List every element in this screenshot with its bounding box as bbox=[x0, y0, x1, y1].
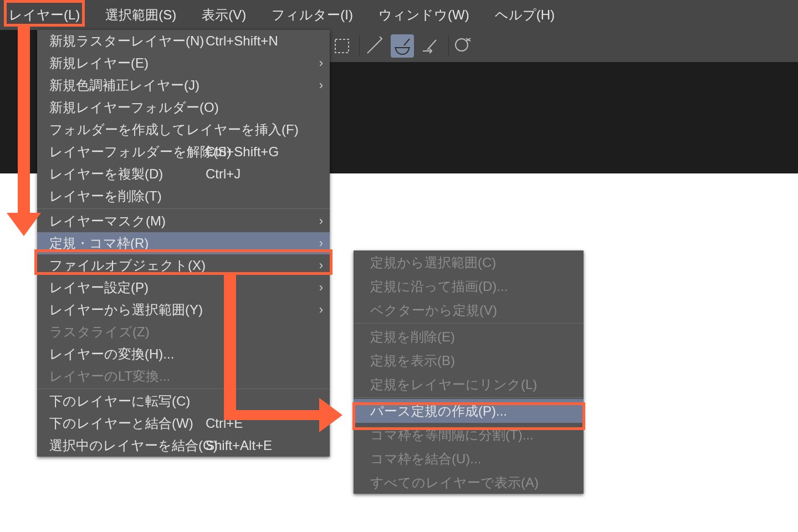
menu-item-label: 定規を削除(E) bbox=[370, 328, 455, 346]
menu-item-label: レイヤーマスク(M) bbox=[49, 212, 166, 230]
brush-arrow-icon[interactable] bbox=[418, 34, 442, 58]
ruler-submenu-item: 定規に沿って描画(D)... bbox=[354, 274, 584, 298]
layer-menu-item[interactable]: 新規ラスターレイヤー(N)Ctrl+Shift+N bbox=[37, 30, 330, 52]
layer-dropdown: 新規ラスターレイヤー(N)Ctrl+Shift+N新規レイヤー(E)›新規色調補… bbox=[37, 30, 330, 457]
menu-item-label: 新規ラスターレイヤー(N) bbox=[49, 32, 204, 50]
menu-item-label: レイヤーから選択範囲(Y) bbox=[49, 301, 203, 319]
layer-menu-item[interactable]: レイヤーマスク(M)› bbox=[37, 210, 330, 232]
ruler-submenu-item: コマ枠を等間隔に分割(T)... bbox=[354, 423, 584, 447]
svg-rect-0 bbox=[335, 39, 349, 53]
layer-menu-item[interactable]: 新規色調補正レイヤー(J)› bbox=[37, 74, 330, 96]
layer-menu-item[interactable]: レイヤーから選択範囲(Y)› bbox=[37, 299, 330, 321]
menu-item-accelerator: Ctrl+Shift+N bbox=[206, 33, 278, 49]
menu-item-label: 定規から選択範囲(C) bbox=[370, 254, 496, 272]
ruler-submenu-item: ベクターから定規(V) bbox=[354, 298, 584, 322]
menu-item-label: レイヤーを削除(T) bbox=[49, 187, 162, 205]
menu-item-label: 選択中のレイヤーを結合(G) bbox=[49, 437, 218, 454]
menu-item-accelerator: Shift+Alt+E bbox=[206, 438, 272, 453]
ruler-submenu-item: コマ枠を結合(U)... bbox=[354, 447, 584, 470]
menu-item-label: フォルダーを作成してレイヤーを挿入(F) bbox=[49, 121, 299, 139]
submenu-arrow-icon: › bbox=[319, 258, 323, 273]
menu-item-label: コマ枠を結合(U)... bbox=[370, 450, 481, 468]
menu-view[interactable]: 表示(V) bbox=[202, 6, 246, 24]
layer-menu-item: レイヤーのLT変換... bbox=[37, 365, 330, 387]
layer-menu-item[interactable]: 新規レイヤーフォルダー(O) bbox=[37, 96, 330, 119]
menu-item-label: すべてのレイヤーで表示(A) bbox=[370, 474, 539, 492]
layer-menu-item: ラスタライズ(Z) bbox=[37, 321, 330, 343]
menu-item-label: 下のレイヤーと結合(W) bbox=[49, 415, 193, 432]
menu-item-accelerator: Ctrl+E bbox=[206, 416, 243, 431]
svg-line-1 bbox=[367, 43, 377, 53]
menu-item-accelerator: Ctrl+J bbox=[206, 166, 241, 182]
layer-menu-item[interactable]: レイヤーを削除(T) bbox=[37, 185, 330, 207]
menu-item-label: 定規を表示(B) bbox=[370, 352, 455, 370]
layer-menu-item[interactable]: 定規・コマ枠(R)› bbox=[37, 232, 330, 254]
submenu-arrow-icon: › bbox=[319, 236, 323, 250]
ruler-submenu-item: 定規をレイヤーにリンク(L) bbox=[354, 372, 584, 396]
ruler-submenu-item: 定規を削除(E) bbox=[354, 325, 584, 349]
menu-item-label: 下のレイヤーに転写(C) bbox=[49, 392, 190, 410]
layer-menu-item[interactable]: レイヤー設定(P)› bbox=[37, 277, 330, 299]
menu-help[interactable]: ヘルプ(H) bbox=[495, 6, 555, 24]
menu-item-label: コマ枠を等間隔に分割(T)... bbox=[370, 426, 534, 444]
layer-menu-item[interactable]: フォルダーを作成してレイヤーを挿入(F) bbox=[37, 119, 330, 141]
menu-filter[interactable]: フィルター(I) bbox=[272, 6, 353, 24]
ruler-submenu-item[interactable]: パース定規の作成(P)... bbox=[354, 399, 584, 423]
ruler-submenu-item: 定規から選択範囲(C) bbox=[354, 250, 584, 274]
submenu-arrow-icon: › bbox=[319, 280, 323, 295]
menu-item-label: ファイルオブジェクト(X) bbox=[49, 257, 206, 274]
menu-layer[interactable]: レイヤー(L) bbox=[9, 6, 80, 24]
submenu-arrow-icon: › bbox=[319, 78, 323, 93]
brush-line-icon[interactable] bbox=[363, 34, 386, 58]
menu-item-label: レイヤー設定(P) bbox=[49, 279, 149, 296]
menu-item-label: 新規色調補正レイヤー(J) bbox=[49, 76, 200, 94]
layer-menu-item[interactable]: レイヤーを複製(D)Ctrl+J bbox=[37, 163, 330, 185]
svg-line-5 bbox=[427, 40, 436, 50]
menu-item-label: ラスタライズ(Z) bbox=[49, 323, 150, 341]
submenu-arrow-icon: › bbox=[319, 303, 323, 317]
ruler-submenu-item: 定規を表示(B) bbox=[354, 349, 584, 372]
menu-item-label: 定規・コマ枠(R) bbox=[49, 234, 149, 252]
svg-line-3 bbox=[404, 39, 410, 45]
layer-menu-item[interactable]: レイヤーフォルダーを解除(S)Ctrl+Shift+G bbox=[37, 141, 330, 163]
brush-bowl-icon[interactable] bbox=[391, 34, 414, 58]
submenu-arrow-icon: › bbox=[319, 56, 323, 70]
menu-window[interactable]: ウィンドウ(W) bbox=[378, 6, 469, 24]
menu-item-label: 定規に沿って描画(D)... bbox=[370, 278, 508, 295]
menu-separator bbox=[37, 388, 330, 389]
layer-menu-item[interactable]: 選択中のレイヤーを結合(G)Shift+Alt+E bbox=[37, 434, 330, 457]
menu-item-label: パース定規の作成(P)... bbox=[370, 402, 507, 420]
menu-item-label: レイヤーの変換(H)... bbox=[49, 345, 174, 363]
menu-item-label: レイヤーフォルダーを解除(S) bbox=[49, 143, 231, 161]
ruler-submenu: 定規から選択範囲(C)定規に沿って描画(D)...ベクターから定規(V)定規を削… bbox=[354, 250, 584, 494]
layer-menu-item[interactable]: 下のレイヤーと結合(W)Ctrl+E bbox=[37, 412, 330, 434]
speech-icon[interactable] bbox=[451, 34, 474, 58]
dashed-rect-icon[interactable] bbox=[330, 34, 354, 58]
layer-menu-item[interactable]: ファイルオブジェクト(X)› bbox=[37, 254, 330, 277]
layer-menu-item[interactable]: 下のレイヤーに転写(C) bbox=[37, 390, 330, 412]
menu-item-label: 新規レイヤーフォルダー(O) bbox=[49, 99, 219, 116]
ruler-submenu-item: すべてのレイヤーで表示(A) bbox=[354, 470, 584, 494]
layer-menu-item[interactable]: 新規レイヤー(E)› bbox=[37, 52, 330, 74]
menu-separator bbox=[354, 397, 584, 398]
menu-item-label: 新規レイヤー(E) bbox=[49, 54, 149, 72]
menu-item-label: レイヤーを複製(D) bbox=[49, 165, 163, 183]
layer-menu-item[interactable]: レイヤーの変換(H)... bbox=[37, 343, 330, 365]
menu-item-accelerator: Ctrl+Shift+G bbox=[206, 144, 279, 160]
menu-item-label: ベクターから定規(V) bbox=[370, 301, 497, 319]
menu-separator bbox=[354, 323, 584, 324]
menu-selection[interactable]: 選択範囲(S) bbox=[105, 6, 176, 24]
menu-item-label: レイヤーのLT変換... bbox=[49, 367, 170, 385]
menubar: レイヤー(L) 選択範囲(S) 表示(V) フィルター(I) ウィンドウ(W) … bbox=[0, 0, 798, 30]
menu-separator bbox=[37, 208, 330, 209]
toolbar bbox=[327, 30, 798, 62]
submenu-arrow-icon: › bbox=[319, 214, 323, 228]
menu-item-label: 定規をレイヤーにリンク(L) bbox=[370, 376, 537, 393]
app-root: レイヤー(L) 選択範囲(S) 表示(V) フィルター(I) ウィンドウ(W) … bbox=[0, 0, 798, 532]
